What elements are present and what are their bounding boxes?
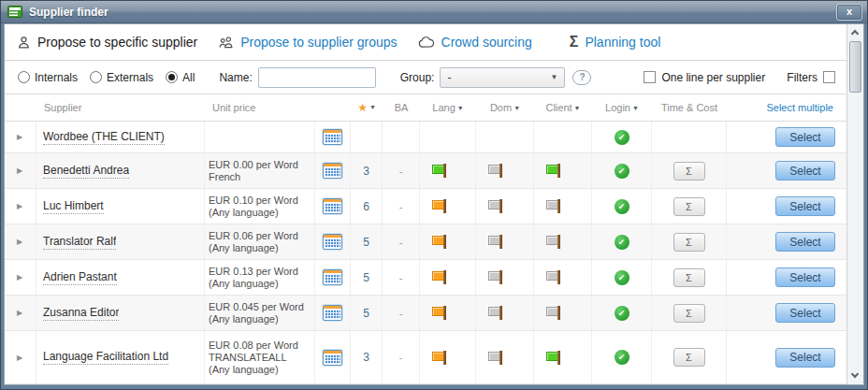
header-login[interactable]: Login▼ bbox=[592, 102, 652, 113]
chevron-down-icon bbox=[851, 370, 859, 378]
checkbox-label: Filters bbox=[787, 71, 817, 84]
time-cost-button[interactable]: Σ bbox=[673, 162, 705, 181]
radio-icon[interactable] bbox=[18, 71, 30, 83]
select-button[interactable]: Select bbox=[775, 161, 835, 181]
dom-flag-icon bbox=[488, 269, 503, 285]
client-flag-icon bbox=[546, 350, 561, 366]
select-button[interactable]: Select bbox=[775, 196, 835, 216]
chevron-up-icon bbox=[851, 30, 859, 37]
calculator-icon[interactable] bbox=[323, 269, 342, 285]
expand-arrow-icon[interactable]: ▶ bbox=[17, 133, 22, 141]
calculator-icon[interactable] bbox=[323, 305, 342, 321]
expand-arrow-icon[interactable]: ▶ bbox=[17, 273, 22, 282]
supplier-name-link[interactable]: Wordbee (THE CLIENT) bbox=[43, 130, 165, 145]
expand-arrow-icon[interactable]: ▶ bbox=[17, 166, 22, 175]
radio-internals[interactable]: Internals bbox=[18, 71, 78, 84]
rating-value: 5 bbox=[351, 296, 383, 330]
dom-flag-icon bbox=[488, 350, 503, 366]
time-cost-button[interactable]: Σ bbox=[673, 233, 705, 252]
window-title: Supplier finder bbox=[29, 6, 830, 19]
supplier-name-link[interactable]: Benedetti Andrea bbox=[43, 164, 129, 179]
ba-value: - bbox=[383, 260, 420, 295]
checkbox-icon[interactable] bbox=[823, 71, 835, 83]
lang-flag-icon bbox=[432, 350, 447, 366]
vertical-scrollbar[interactable] bbox=[846, 24, 863, 384]
time-cost-button[interactable]: Σ bbox=[673, 304, 705, 323]
expand-arrow-icon[interactable]: ▶ bbox=[17, 309, 22, 317]
filter-arrow-icon: ▼ bbox=[457, 105, 464, 111]
login-check-icon: ✔ bbox=[615, 306, 629, 321]
table-row: ▶ Benedetti Andrea EUR 0.00 per Word Fre… bbox=[5, 153, 846, 189]
unit-price: EUR 0.00 per Word French bbox=[205, 153, 315, 188]
supplier-name-link[interactable]: Translator Ralf bbox=[43, 235, 116, 250]
unit-price: EUR 0.08 per Word TRANSLATEALL (Any lang… bbox=[205, 331, 315, 383]
calculator-icon[interactable] bbox=[323, 350, 342, 366]
expand-arrow-icon[interactable]: ▶ bbox=[17, 202, 22, 210]
table-row: ▶ Language Facilitation Ltd EUR 0.08 per… bbox=[5, 331, 846, 384]
scroll-down-button[interactable] bbox=[847, 368, 863, 384]
dom-flag-icon bbox=[488, 305, 503, 321]
unit-price: EUR 0.10 per Word (Any language) bbox=[205, 189, 315, 224]
nav-propose-supplier-groups[interactable]: Propose to supplier groups bbox=[218, 35, 397, 50]
filter-arrow-icon: ▼ bbox=[574, 105, 581, 111]
radio-label: All bbox=[182, 71, 195, 84]
nav-propose-specific-supplier[interactable]: Propose to specific supplier bbox=[17, 35, 197, 50]
supplier-name-link[interactable]: Zusanna Editor bbox=[43, 306, 119, 321]
client-flag-icon bbox=[546, 163, 561, 179]
supplier-name-link[interactable]: Language Facilitation Ltd bbox=[43, 350, 168, 365]
radio-all[interactable]: All bbox=[166, 71, 195, 84]
name-label: Name: bbox=[219, 71, 252, 84]
calculator-icon[interactable] bbox=[323, 129, 342, 145]
expand-arrow-icon[interactable]: ▶ bbox=[17, 354, 22, 362]
time-cost-button[interactable]: Σ bbox=[673, 348, 705, 367]
cloud-icon bbox=[418, 36, 435, 49]
supplier-name-link[interactable]: Adrien Pastant bbox=[43, 270, 117, 285]
calculator-icon[interactable] bbox=[323, 163, 342, 179]
select-multiple-link[interactable]: Select multiple bbox=[727, 102, 846, 113]
scrollbar-thumb[interactable] bbox=[849, 41, 861, 93]
supplier-name-link[interactable]: Luc Himbert bbox=[43, 199, 104, 214]
scrollbar-track[interactable] bbox=[847, 93, 863, 368]
scroll-up-button[interactable] bbox=[847, 24, 863, 40]
header-label: Lang bbox=[432, 102, 455, 113]
radio-externals[interactable]: Externals bbox=[90, 71, 153, 84]
radio-icon[interactable] bbox=[90, 71, 102, 83]
radio-icon[interactable] bbox=[166, 71, 178, 83]
time-cost-button[interactable]: Σ bbox=[673, 197, 705, 216]
checkbox-icon[interactable] bbox=[644, 71, 656, 83]
one-line-per-supplier-option[interactable]: One line per supplier bbox=[644, 71, 765, 84]
unit-price: EUR 0.13 per Word (Any language) bbox=[205, 260, 315, 295]
select-button[interactable]: Select bbox=[775, 267, 835, 287]
nav-crowd-sourcing[interactable]: Crowd sourcing bbox=[418, 35, 532, 50]
radio-label: Externals bbox=[107, 71, 153, 84]
unit-price bbox=[205, 122, 315, 152]
calculator-icon[interactable] bbox=[323, 198, 342, 214]
group-dropdown[interactable]: - ▼ bbox=[440, 67, 565, 88]
window-icon bbox=[7, 6, 22, 18]
rating-value: 5 bbox=[351, 260, 383, 295]
select-button[interactable]: Select bbox=[775, 348, 835, 368]
calculator-icon[interactable] bbox=[323, 234, 342, 250]
lang-flag-icon bbox=[432, 163, 447, 179]
supplier-table: ▶ Wordbee (THE CLIENT) ✔ Σ Select ▶ bbox=[5, 122, 846, 384]
time-cost-button[interactable]: Σ bbox=[673, 268, 705, 287]
table-row: ▶ Luc Himbert EUR 0.10 per Word (Any lan… bbox=[5, 189, 846, 224]
select-button[interactable]: Select bbox=[775, 303, 835, 323]
header-dom[interactable]: Dom▼ bbox=[476, 102, 534, 113]
expand-arrow-icon[interactable]: ▶ bbox=[17, 238, 22, 246]
close-button[interactable]: x bbox=[836, 4, 862, 21]
ba-value: - bbox=[383, 331, 420, 383]
header-ba: BA bbox=[383, 102, 420, 113]
help-icon[interactable]: ? bbox=[572, 70, 591, 85]
table-row: ▶ Adrien Pastant EUR 0.13 per Word (Any … bbox=[5, 260, 846, 296]
filters-option[interactable]: Filters bbox=[787, 71, 835, 84]
unit-price: EUR 0.06 per Word (Any language) bbox=[205, 224, 315, 259]
header-lang[interactable]: Lang▼ bbox=[420, 102, 476, 113]
header-client[interactable]: Client▼ bbox=[534, 102, 592, 113]
select-button[interactable]: Select bbox=[775, 232, 835, 252]
select-button[interactable]: Select bbox=[775, 127, 835, 147]
header-rating[interactable]: ★▼ bbox=[351, 101, 383, 114]
name-input[interactable] bbox=[258, 67, 376, 88]
nav-planning-tool[interactable]: Σ Planning tool bbox=[570, 35, 661, 50]
person-icon bbox=[17, 36, 31, 50]
